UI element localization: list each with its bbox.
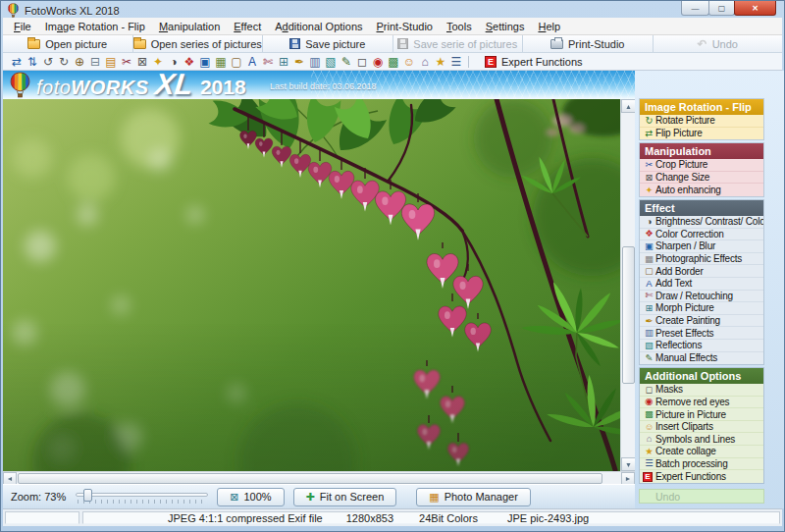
menu-effect[interactable]: Effect <box>227 19 268 34</box>
menu-file[interactable]: File <box>7 19 38 34</box>
add-border-icon[interactable]: ▢ <box>229 54 244 70</box>
menu-manipulation[interactable]: Manipulation <box>152 19 227 34</box>
icon-toolbar: ⇄⇅↺↻⊕⊟▤✂⊠✦◑❖▣▦▢A✄⊞✒▥▧✎◻◉▩☺⌂★☰ E Expert F… <box>3 53 782 71</box>
sidebar-item-draw-retouching[interactable]: ✄Draw / Retouching <box>640 291 763 303</box>
menu-help[interactable]: Help <box>531 19 567 34</box>
create-painting-icon[interactable]: ✒ <box>291 54 307 70</box>
reflections-icon[interactable]: ▧ <box>323 54 339 70</box>
sidebar-item-photographic-effects[interactable]: ▦Photographic Effects <box>640 253 763 266</box>
sidebar-item-change-size[interactable]: ⊠Change Size <box>640 172 763 185</box>
morph-picture-icon[interactable]: ⊞ <box>276 54 291 70</box>
open-picture-button[interactable]: Open picture <box>3 35 133 52</box>
sidebar-item-add-border[interactable]: ▢Add Border <box>640 265 763 278</box>
sidebar-item-masks[interactable]: ◻Masks <box>640 384 763 397</box>
sidebar-item-crop-picture[interactable]: ✂Crop Picture <box>640 159 763 172</box>
zoom-slider-track[interactable] <box>76 493 208 497</box>
sidebar-item-morph-picture[interactable]: ⊞Morph Picture <box>640 302 763 315</box>
rotate-left-icon[interactable]: ↺ <box>40 54 56 70</box>
morph-picture-icon: ⊞ <box>643 303 655 313</box>
vertical-scrollbar[interactable]: ▲ ▼ <box>620 99 635 471</box>
open-image-icon[interactable]: ▤ <box>103 54 119 70</box>
add-text-icon[interactable]: A <box>244 54 260 70</box>
sidebar-item-manual-effects[interactable]: ✎Manual Effects <box>640 352 763 365</box>
sidebar-item-remove-red-eyes[interactable]: ◉Remove red eyes <box>640 397 763 409</box>
icon-strip: ⇄⇅↺↻⊕⊟▤✂⊠✦◑❖▣▦▢A✄⊞✒▥▧✎◻◉▩☺⌂★☰ <box>9 54 464 70</box>
minimize-button[interactable]: — <box>681 1 709 16</box>
sidebar-item-preset-effects[interactable]: ▥Preset Effects <box>640 327 763 340</box>
sidebar-item-reflections[interactable]: ▧Reflections <box>640 340 763 352</box>
remove-red-eyes-icon[interactable]: ◉ <box>370 54 386 70</box>
sidebar-item-batch-processing[interactable]: ☰Batch processing <box>640 458 763 471</box>
duplicate-icon[interactable]: ⊟ <box>87 54 103 70</box>
masks-icon[interactable]: ◻ <box>354 54 370 70</box>
menu-image-rotation-flip[interactable]: Image Rotation - Flip <box>38 19 152 34</box>
change-size-icon[interactable]: ⊠ <box>134 54 150 70</box>
batch-processing-icon[interactable]: ☰ <box>448 54 464 70</box>
save-serie-of-pictures-button[interactable]: Save serie of pictures <box>393 35 524 52</box>
window-controls: —▢✕ <box>682 1 776 16</box>
expert-functions-icon: E <box>485 56 497 68</box>
menu-tools[interactable]: Tools <box>440 19 479 34</box>
menu-additional-options[interactable]: Additional Options <box>268 19 369 34</box>
close-button[interactable]: ✕ <box>734 1 776 16</box>
sidebar-item-create-painting[interactable]: ✒Create Painting <box>640 315 763 328</box>
horizontal-scrollbar[interactable]: ◄ ► <box>3 471 635 484</box>
brightness-contrast-icon[interactable]: ◑ <box>166 54 182 70</box>
open-series-of-pictures-button[interactable]: Open series of pictures <box>133 35 264 52</box>
rotate-right-icon[interactable]: ↻ <box>56 54 72 70</box>
photographic-effects-icon[interactable]: ▦ <box>213 54 229 70</box>
sidebar-item-insert-cliparts[interactable]: ☺Insert Cliparts <box>640 421 763 434</box>
menu-settings[interactable]: Settings <box>479 19 532 34</box>
sidebar-item-rotate-picture[interactable]: ↻Rotate Picture <box>640 115 763 128</box>
print-studio-button[interactable]: Print-Studio <box>523 35 654 52</box>
panel-header-effect: Effect <box>640 200 763 216</box>
scroll-up-arrow[interactable]: ▲ <box>621 99 636 113</box>
sidebar-item-add-text[interactable]: AAdd Text <box>640 278 763 291</box>
zoom-slider-thumb[interactable] <box>83 489 92 502</box>
insert-cliparts-icon[interactable]: ☺ <box>401 54 417 70</box>
sidebar-undo-button[interactable]: Undo <box>639 489 764 504</box>
sidebar-item-symbols-and-lines[interactable]: ⌂Symbols and Lines <box>640 433 763 446</box>
free-rotation-icon[interactable]: ⊕ <box>72 54 87 70</box>
vertical-scroll-thumb[interactable] <box>622 246 635 384</box>
sidebar-item-create-collage[interactable]: ★Create collage <box>640 446 763 458</box>
fit-on-screen-button[interactable]: ✚Fit on Screen <box>293 488 397 506</box>
status-item-1: 1280x853 <box>346 512 393 524</box>
preset-effects-icon[interactable]: ▥ <box>307 54 323 70</box>
photo-manager-button[interactable]: ▦Photo Manager <box>416 488 531 506</box>
save-picture-button[interactable]: Save picture <box>263 35 393 52</box>
sharpen-blur-icon[interactable]: ▣ <box>197 54 213 70</box>
zoom-slider[interactable] <box>76 489 208 505</box>
horizontal-scroll-thumb[interactable] <box>18 473 602 484</box>
symbols-and-lines-icon[interactable]: ⌂ <box>417 54 433 70</box>
auto-enhancing-icon: ✦ <box>643 186 655 195</box>
flip-picture-icon: ⇄ <box>643 129 655 138</box>
picture-in-picture-icon[interactable]: ▩ <box>386 54 401 70</box>
color-correction-icon[interactable]: ❖ <box>182 54 197 70</box>
sidebar-item-auto-enhancing[interactable]: ✦Auto enhancing <box>640 184 763 196</box>
zoom-100-button[interactable]: ⊠100% <box>217 488 284 506</box>
draw-retouching-icon[interactable]: ✄ <box>260 54 276 70</box>
panel-header-additional-options: Additional Options <box>640 368 763 384</box>
crop-icon[interactable]: ✂ <box>119 54 134 70</box>
sidebar-item-color-correction[interactable]: ❖Color Correction <box>640 229 763 241</box>
auto-enhance-icon[interactable]: ✦ <box>150 54 166 70</box>
image-canvas[interactable] <box>3 99 620 471</box>
sidebar-item-expert-functions[interactable]: EExpert Functions <box>640 470 763 483</box>
create-collage-icon[interactable]: ★ <box>433 54 448 70</box>
undo-button[interactable]: ↶Undo <box>654 35 783 52</box>
sidebar-item-sharpen-blur[interactable]: ▣Sharpen / Blur <box>640 240 763 253</box>
sidebar-item-flip-picture[interactable]: ⇄Flip Picture <box>640 128 763 140</box>
expert-functions-button[interactable]: E Expert Functions <box>477 55 591 69</box>
photo-manager-icon: ▦ <box>429 492 439 503</box>
maximize-button[interactable]: ▢ <box>708 1 735 16</box>
menu-print-studio[interactable]: Print-Studio <box>370 19 440 34</box>
manual-effects-icon[interactable]: ✎ <box>339 54 354 70</box>
sidebar-item-brightness-contrast-color[interactable]: ◑Brightness/ Contrast/ Color <box>640 216 763 229</box>
toolbar-button-label: Open picture <box>45 38 107 50</box>
scroll-down-arrow[interactable]: ▼ <box>621 457 636 471</box>
sidebar-item-picture-in-picture[interactable]: ▩Picture in Picture <box>640 408 763 421</box>
flip-horizontal-icon[interactable]: ⇄ <box>9 54 25 70</box>
zoom-100-icon: ⊠ <box>230 492 238 503</box>
flip-vertical-icon[interactable]: ⇅ <box>25 54 40 70</box>
